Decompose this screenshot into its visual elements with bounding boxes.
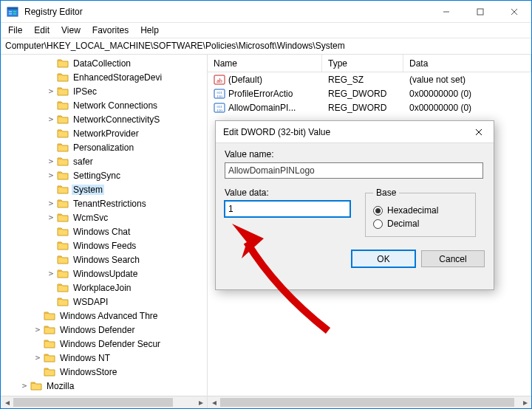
svg-rect-2 (9, 11, 12, 13)
tree-node[interactable]: >NetworkConnectivityS (1, 112, 207, 126)
menu-favorites[interactable]: Favorites (86, 24, 134, 37)
tree-node[interactable]: Windows Advanced Thre (1, 309, 207, 323)
scroll-left-button[interactable]: ◂ (208, 396, 220, 409)
col-data[interactable]: Data (403, 55, 531, 72)
tree-twisty-icon[interactable]: > (45, 86, 57, 96)
tree-node[interactable]: System (1, 182, 207, 196)
menu-edit[interactable]: Edit (28, 24, 55, 37)
dialog-close-button[interactable] (464, 121, 494, 143)
value-name-field[interactable] (225, 162, 483, 179)
tree-node[interactable]: DataCollection (1, 56, 207, 70)
scroll-right-button[interactable]: ▸ (194, 396, 207, 409)
tree-twisty-icon[interactable]: > (45, 114, 57, 124)
folder-icon (44, 324, 55, 336)
folder-icon (57, 254, 69, 266)
folder-icon (57, 268, 69, 280)
scroll-thumb[interactable] (220, 398, 514, 407)
cancel-button[interactable]: Cancel (421, 250, 485, 267)
folder-icon (44, 310, 55, 322)
tree-node[interactable]: >Windows NT (1, 351, 207, 365)
tree-node[interactable]: >TenantRestrictions (1, 196, 207, 210)
tree-node[interactable]: NetworkProvider (1, 126, 207, 140)
tree-node[interactable]: >IPSec (1, 84, 207, 98)
tree-node[interactable]: >WcmSvc (1, 210, 207, 224)
value-data-field[interactable] (225, 201, 350, 217)
tree-twisty-icon[interactable]: > (45, 199, 57, 208)
tree-node[interactable]: >SettingSync (1, 168, 207, 182)
scroll-left-button[interactable]: ◂ (1, 396, 13, 409)
folder-icon (57, 170, 69, 182)
col-name[interactable]: Name (208, 55, 322, 72)
dialog-titlebar[interactable]: Edit DWORD (32-bit) Value (216, 121, 494, 143)
registry-tree[interactable]: DataCollectionEnhancedStorageDevi>IPSecN… (1, 56, 207, 408)
col-type[interactable]: Type (322, 55, 403, 72)
tree-node[interactable]: Personalization (1, 140, 207, 154)
tree-node-label: Mozilla (45, 381, 75, 391)
radio-decimal[interactable]: Decimal (373, 219, 468, 229)
tree-twisty-icon[interactable]: > (45, 269, 57, 278)
value-name: ProfileErrorActio (228, 89, 293, 99)
folder-icon (57, 296, 69, 308)
tree-node-label: Windows Defender Secur (58, 339, 162, 349)
folder-icon (57, 86, 69, 97)
tree-node-label: WcmSvc (72, 213, 109, 223)
value-list[interactable]: ab(Default)REG_SZ(value not set)011110Pr… (208, 72, 531, 114)
maximize-button[interactable] (463, 1, 497, 23)
tree-node[interactable]: Windows Chat (1, 224, 207, 238)
folder-icon (57, 114, 69, 126)
tree-twisty-icon[interactable]: > (32, 325, 44, 334)
tree-twisty-icon[interactable]: > (45, 157, 57, 166)
tree-node[interactable]: Windows Search (1, 252, 207, 267)
tree-hscroll[interactable]: ◂ ▸ (1, 396, 207, 408)
value-row[interactable]: ab(Default)REG_SZ(value not set) (208, 72, 531, 86)
value-type: REG_DWORD (325, 89, 406, 99)
dword-value-icon: 011110 (214, 88, 225, 100)
tree-node-label: System (72, 185, 104, 195)
tree-node[interactable]: >safer (1, 154, 207, 168)
tree-node[interactable]: Network Connections (1, 98, 207, 112)
tree-twisty-icon[interactable]: > (18, 381, 30, 391)
tree-node-label: WSDAPI (72, 297, 109, 307)
folder-icon (57, 198, 69, 210)
tree-node[interactable]: Windows Defender Secur (1, 337, 207, 351)
tree-node[interactable]: >WindowsUpdate (1, 267, 207, 281)
menu-file[interactable]: File (2, 24, 28, 37)
scroll-track[interactable] (13, 396, 194, 408)
minimize-button[interactable] (429, 1, 463, 23)
scroll-right-button[interactable]: ▸ (519, 396, 531, 409)
tree-twisty-icon[interactable]: > (45, 171, 57, 180)
value-data: 0x00000000 (0) (406, 103, 531, 113)
tree-twisty-icon[interactable]: > (45, 213, 57, 222)
value-data-label: Value data: (225, 188, 350, 198)
menu-view[interactable]: View (55, 24, 86, 37)
address-bar[interactable]: Computer\HKEY_LOCAL_MACHINE\SOFTWARE\Pol… (1, 38, 531, 55)
tree-node[interactable]: EnhancedStorageDevi (1, 70, 207, 84)
tree-node[interactable]: >Mozilla (1, 379, 207, 393)
tree-node-label: Personalization (72, 142, 135, 153)
dialog-title: Edit DWORD (32-bit) Value (223, 127, 464, 137)
svg-text:110: 110 (217, 109, 223, 112)
tree-pane[interactable]: DataCollectionEnhancedStorageDevi>IPSecN… (1, 55, 208, 408)
value-type: REG_DWORD (325, 103, 406, 113)
tree-node[interactable]: WorkplaceJoin (1, 281, 207, 295)
menu-help[interactable]: Help (134, 24, 165, 37)
value-row[interactable]: 011110ProfileErrorActioREG_DWORD0x000000… (208, 86, 531, 100)
scroll-track[interactable] (220, 396, 519, 408)
tree-node[interactable]: WSDAPI (1, 295, 207, 309)
folder-icon (57, 58, 69, 69)
title-bar: Registry Editor (1, 1, 531, 23)
tree-twisty-icon[interactable]: > (32, 353, 44, 362)
list-hscroll[interactable]: ◂ ▸ (208, 396, 531, 408)
tree-node[interactable]: >Windows Defender (1, 323, 207, 337)
radio-hex[interactable]: Hexadecimal (373, 205, 468, 216)
scroll-thumb[interactable] (13, 398, 173, 407)
tree-node[interactable]: Windows Feeds (1, 238, 207, 252)
close-button[interactable] (497, 1, 531, 23)
value-row[interactable]: 011110AllowDomainPI...REG_DWORD0x0000000… (208, 100, 531, 114)
svg-text:ab: ab (216, 78, 222, 84)
value-type: REG_SZ (325, 75, 406, 85)
string-value-icon: ab (214, 74, 225, 86)
tree-node[interactable]: WindowsStore (1, 365, 207, 379)
ok-button[interactable]: OK (352, 250, 415, 267)
value-name-label: Value name: (225, 149, 485, 159)
